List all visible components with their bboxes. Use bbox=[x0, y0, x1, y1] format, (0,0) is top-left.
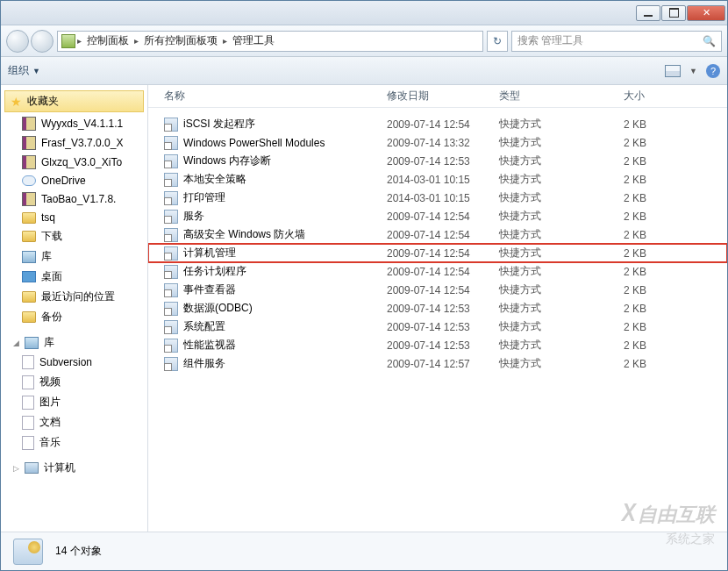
sidebar-item[interactable]: 库 bbox=[1, 246, 147, 267]
minimize-button[interactable] bbox=[636, 5, 660, 21]
file-type: 快捷方式 bbox=[499, 209, 624, 224]
file-size: 2 KB bbox=[624, 247, 727, 260]
sidebar-library-item[interactable]: 音乐 bbox=[1, 432, 147, 453]
tree-collapse-icon[interactable]: ◢ bbox=[13, 339, 19, 347]
file-size: 2 KB bbox=[624, 211, 727, 223]
sidebar-item[interactable]: TaoBao_V1.7.8. bbox=[1, 189, 147, 209]
sidebar-item[interactable]: tsq bbox=[1, 209, 147, 226]
sidebar-item[interactable]: 备份 bbox=[1, 307, 147, 327]
column-header-date[interactable]: 修改日期 bbox=[387, 89, 499, 103]
file-row[interactable]: 计算机管理2009-07-14 12:54快捷方式2 KB bbox=[148, 244, 727, 262]
file-type: 快捷方式 bbox=[499, 153, 624, 168]
sidebar-item[interactable]: Wyyxds_V4.1.1.1 bbox=[1, 114, 147, 133]
file-size: 2 KB bbox=[624, 137, 727, 149]
file-type: 快捷方式 bbox=[499, 338, 624, 353]
file-row[interactable]: 高级安全 Windows 防火墙2009-07-14 12:54快捷方式2 KB bbox=[148, 225, 727, 244]
file-name: Windows 内存诊断 bbox=[183, 153, 271, 168]
sidebar-item[interactable]: 桌面 bbox=[1, 267, 147, 287]
sidebar-item[interactable]: 下载 bbox=[1, 226, 147, 246]
shortcut-icon bbox=[164, 118, 178, 132]
file-size: 2 KB bbox=[624, 155, 727, 168]
file-row[interactable]: 打印管理2014-03-01 10:15快捷方式2 KB bbox=[148, 189, 727, 207]
sidebar-item-label: 备份 bbox=[41, 310, 62, 325]
folder-icon bbox=[22, 231, 36, 242]
search-icon: 🔍 bbox=[703, 35, 716, 47]
file-name: 高级安全 Windows 防火墙 bbox=[183, 227, 305, 242]
back-button[interactable] bbox=[6, 30, 29, 53]
shortcut-icon bbox=[164, 265, 178, 279]
file-row[interactable]: iSCSI 发起程序2009-07-14 12:54快捷方式2 KB bbox=[148, 115, 727, 133]
explorer-window: ▸ 控制面板 ▸ 所有控制面板项 ▸ 管理工具 ↻ 搜索 管理工具 🔍 组织 ▼… bbox=[0, 0, 728, 571]
sidebar-item-label: 视频 bbox=[39, 375, 61, 389]
file-size: 2 KB bbox=[624, 118, 727, 131]
view-button[interactable] bbox=[665, 65, 681, 77]
tree-expand-icon[interactable]: ▷ bbox=[13, 464, 19, 473]
file-type: 快捷方式 bbox=[499, 190, 624, 205]
breadcrumb-item[interactable]: 所有控制面板项 bbox=[140, 33, 221, 48]
forward-button[interactable] bbox=[31, 30, 54, 53]
file-row[interactable]: 本地安全策略2014-03-01 10:15快捷方式2 KB bbox=[148, 170, 727, 189]
file-row[interactable]: 系统配置2009-07-14 12:53快捷方式2 KB bbox=[148, 318, 727, 336]
rar-icon bbox=[22, 136, 36, 150]
desktop-icon bbox=[22, 271, 36, 282]
search-input[interactable]: 搜索 管理工具 🔍 bbox=[511, 31, 722, 52]
file-type: 快捷方式 bbox=[499, 356, 624, 371]
computer-icon bbox=[25, 462, 39, 474]
file-size: 2 KB bbox=[624, 192, 727, 204]
sidebar-library-item[interactable]: 图片 bbox=[1, 392, 147, 412]
breadcrumb[interactable]: ▸ 控制面板 ▸ 所有控制面板项 ▸ 管理工具 bbox=[57, 31, 483, 52]
organize-button[interactable]: 组织 ▼ bbox=[8, 63, 40, 78]
file-name: 数据源(ODBC) bbox=[183, 301, 253, 316]
sidebar-item-label: 文档 bbox=[39, 415, 61, 430]
sidebar-item[interactable]: Glxzq_V3.0_XiTo bbox=[1, 153, 147, 172]
shortcut-icon bbox=[164, 136, 178, 150]
file-row[interactable]: 服务2009-07-14 12:54快捷方式2 KB bbox=[148, 207, 727, 225]
sidebar-item-label: 音乐 bbox=[39, 435, 61, 450]
file-row[interactable]: 性能监视器2009-07-14 12:53快捷方式2 KB bbox=[148, 336, 727, 354]
library-item-icon bbox=[22, 416, 34, 430]
computer-section[interactable]: ▷ 计算机 bbox=[1, 458, 147, 478]
column-headers: 名称 修改日期 类型 大小 bbox=[148, 85, 727, 108]
breadcrumb-item[interactable]: 控制面板 bbox=[83, 33, 132, 48]
file-date: 2009-07-14 12:53 bbox=[387, 339, 499, 352]
statusbar: 14 个对象 bbox=[1, 532, 727, 570]
status-icon bbox=[13, 539, 43, 565]
refresh-button[interactable]: ↻ bbox=[487, 31, 508, 52]
sidebar-library-item[interactable]: Subversion bbox=[1, 353, 147, 372]
sidebar-item[interactable]: 最近访问的位置 bbox=[1, 287, 147, 307]
favorites-section[interactable]: ★ 收藏夹 bbox=[4, 90, 144, 112]
column-header-size[interactable]: 大小 bbox=[624, 89, 727, 103]
sidebar-item-label: Wyyxds_V4.1.1.1 bbox=[41, 118, 123, 130]
file-row[interactable]: Windows PowerShell Modules2009-07-14 13:… bbox=[148, 133, 727, 152]
column-header-name[interactable]: 名称 bbox=[164, 89, 387, 103]
sidebar-library-item[interactable]: 文档 bbox=[1, 412, 147, 432]
help-button[interactable]: ? bbox=[706, 64, 720, 78]
file-size: 2 KB bbox=[624, 284, 727, 296]
search-placeholder: 搜索 管理工具 bbox=[517, 33, 583, 48]
file-row[interactable]: 事件查看器2009-07-14 12:54快捷方式2 KB bbox=[148, 281, 727, 299]
organize-label: 组织 bbox=[8, 63, 29, 78]
file-row[interactable]: 组件服务2009-07-14 12:57快捷方式2 KB bbox=[148, 354, 727, 373]
chevron-right-icon: ▸ bbox=[134, 36, 139, 46]
sidebar-item[interactable]: OneDrive bbox=[1, 172, 147, 189]
file-type: 快捷方式 bbox=[499, 172, 624, 187]
folder-icon bbox=[22, 291, 36, 303]
folder-icon bbox=[22, 311, 36, 323]
file-row[interactable]: 数据源(ODBC)2009-07-14 12:53快捷方式2 KB bbox=[148, 299, 727, 318]
file-row[interactable]: 任务计划程序2009-07-14 12:54快捷方式2 KB bbox=[148, 262, 727, 281]
close-button[interactable] bbox=[687, 5, 725, 21]
toolbar: 组织 ▼ ▼ ? bbox=[1, 57, 727, 85]
sidebar-item[interactable]: Frasf_V3.7.0.0_X bbox=[1, 133, 147, 153]
file-size: 2 KB bbox=[624, 339, 727, 352]
maximize-button[interactable] bbox=[661, 5, 686, 21]
breadcrumb-item[interactable]: 管理工具 bbox=[229, 33, 278, 48]
file-type: 快捷方式 bbox=[499, 246, 624, 261]
library-item-icon bbox=[22, 355, 34, 369]
file-row[interactable]: Windows 内存诊断2009-07-14 12:53快捷方式2 KB bbox=[148, 152, 727, 170]
file-date: 2009-07-14 12:53 bbox=[387, 321, 499, 333]
column-header-type[interactable]: 类型 bbox=[499, 89, 624, 103]
sidebar-library-item[interactable]: 视频 bbox=[1, 372, 147, 392]
libraries-section[interactable]: ◢ 库 bbox=[1, 332, 147, 353]
folder-icon bbox=[22, 212, 36, 224]
sidebar-item-label: 桌面 bbox=[41, 269, 62, 284]
